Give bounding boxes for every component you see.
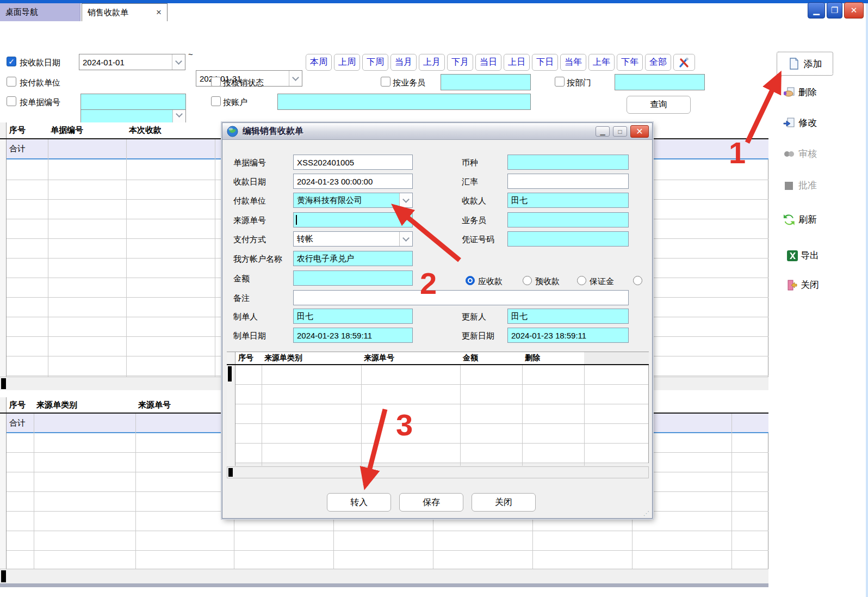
chevron-down-icon[interactable] — [399, 193, 412, 207]
tab-label: 桌面导航 — [5, 7, 38, 17]
range-last-week-button[interactable]: 上周 — [334, 54, 360, 71]
save-button[interactable]: 保存 — [399, 493, 463, 512]
filter-verify-status-label: 按核销状态 — [223, 77, 264, 88]
column-header[interactable]: 序号 — [235, 352, 262, 364]
radio-deposit[interactable] — [577, 276, 586, 285]
audit-button[interactable]: 审核 — [783, 147, 817, 160]
column-header[interactable]: 来源单类别 — [34, 397, 135, 413]
column-header[interactable]: 来源单类别 — [262, 352, 361, 364]
salesman-field[interactable] — [507, 212, 629, 227]
pay-method-value: 转帐 — [297, 234, 313, 244]
dialog-maximize-button[interactable]: □ — [613, 126, 627, 137]
window-minimize-button[interactable]: ▁ — [808, 2, 825, 19]
dialog-close-action-button[interactable]: 关闭 — [472, 493, 536, 512]
text-cursor — [296, 215, 297, 225]
filter-payer-checkbox[interactable] — [7, 77, 16, 87]
receipt-date-field[interactable]: 2024-01-23 00:00:00 — [293, 174, 413, 189]
range-this-week-button[interactable]: 本周 — [306, 54, 332, 71]
salesman-input[interactable] — [441, 74, 531, 90]
table-row — [227, 404, 648, 424]
pay-method-combobox[interactable]: 转帐 — [293, 231, 413, 247]
export-button[interactable]: 导出 — [786, 249, 819, 262]
radio-receivable[interactable] — [466, 276, 475, 285]
column-header[interactable]: 来源单号 — [135, 397, 234, 413]
range-today-button[interactable]: 当日 — [475, 54, 501, 71]
amount-input[interactable] — [293, 270, 413, 286]
add-button[interactable]: 添加 — [777, 52, 833, 76]
scrollbar-thumb[interactable] — [228, 468, 233, 477]
column-header[interactable]: 本次收款 — [126, 122, 215, 138]
filter-verify-status-checkbox[interactable] — [211, 77, 221, 87]
updater-field[interactable]: 田七 — [507, 309, 629, 324]
tab-sales-receipt[interactable]: 销售收款单 × — [82, 3, 168, 21]
doc-no-input[interactable] — [80, 94, 186, 110]
refresh-button[interactable]: 刷新 — [783, 213, 817, 226]
remark-input[interactable] — [293, 290, 629, 305]
modify-button[interactable]: 修改 — [783, 116, 817, 129]
app-window: 桌面导航 销售收款单 × ▁ ❐ ✕ ✓ 按收款日期 2024-01-01 ~ … — [0, 0, 868, 597]
approve-label: 批准 — [798, 179, 817, 192]
transfer-in-button[interactable]: 转入 — [327, 493, 391, 512]
scrollbar-thumb[interactable] — [1, 378, 6, 389]
close-page-button[interactable]: 关闭 — [786, 279, 819, 291]
chevron-down-icon[interactable] — [172, 54, 185, 70]
field-label: 制单人 — [233, 312, 258, 322]
range-yesterday-button[interactable]: 上日 — [504, 54, 530, 71]
our-account-field[interactable]: 农行电子承兑户 — [293, 251, 413, 266]
range-all-button[interactable]: 全部 — [645, 54, 671, 71]
horizontal-scrollbar[interactable] — [0, 569, 768, 583]
source-no-input[interactable] — [293, 212, 413, 227]
rate-field[interactable] — [507, 174, 629, 189]
scrollbar-thumb[interactable] — [1, 570, 6, 582]
detail-horizontal-scrollbar[interactable] — [227, 466, 649, 478]
filter-salesman-checkbox[interactable] — [381, 77, 390, 87]
delete-button[interactable]: 删除 — [783, 86, 817, 99]
tab-close-icon[interactable]: × — [156, 7, 162, 18]
tab-desktop-nav[interactable]: 桌面导航 — [0, 3, 80, 21]
filter-tools-button[interactable] — [673, 54, 695, 71]
range-next-year-button[interactable]: 下年 — [617, 54, 643, 71]
make-date-field[interactable]: 2024-01-23 18:59:11 — [293, 328, 413, 343]
payer-combobox[interactable]: 黄海科技有限公司 — [293, 193, 413, 208]
window-restore-button[interactable]: ❐ — [827, 2, 842, 19]
column-header[interactable]: 序号 — [7, 122, 48, 138]
dialog-close-button[interactable]: ✕ — [630, 125, 649, 138]
dialog-titlebar[interactable]: 编辑销售收款单 ▁ □ ✕ — [222, 123, 652, 140]
radio-advance[interactable] — [523, 276, 532, 285]
range-last-month-button[interactable]: 上月 — [419, 54, 445, 71]
window-close-button[interactable]: ✕ — [844, 2, 864, 19]
voucher-no-field[interactable] — [507, 231, 629, 247]
account-input[interactable] — [277, 94, 531, 110]
range-this-year-button[interactable]: 当年 — [560, 54, 586, 71]
column-header[interactable]: 删除 — [522, 352, 584, 364]
filter-account-checkbox[interactable] — [211, 96, 221, 106]
dialog-minimize-button[interactable]: ▁ — [596, 126, 610, 137]
filter-department-checkbox[interactable] — [555, 77, 565, 87]
export-label: 导出 — [801, 249, 819, 262]
resize-grip[interactable]: ⋰ — [643, 510, 650, 516]
approve-button[interactable]: 批准 — [783, 179, 817, 192]
currency-field[interactable] — [507, 155, 629, 170]
range-next-week-button[interactable]: 下周 — [362, 54, 388, 71]
range-last-year-button[interactable]: 上年 — [588, 54, 615, 71]
query-button[interactable]: 查询 — [627, 96, 691, 114]
department-input[interactable] — [615, 74, 705, 90]
date-from-combobox[interactable]: 2024-01-01 — [79, 54, 185, 70]
doc-no-field[interactable]: XSS202401005 — [293, 155, 413, 170]
range-tomorrow-button[interactable]: 下日 — [532, 54, 558, 71]
payee-field[interactable]: 田七 — [507, 193, 629, 208]
column-header[interactable]: 来源单号 — [361, 352, 460, 364]
filter-date-checkbox[interactable]: ✓ — [7, 57, 16, 66]
range-this-month-button[interactable]: 当月 — [390, 54, 417, 71]
chevron-down-icon[interactable] — [289, 71, 302, 86]
filter-account-label: 按账户 — [223, 97, 247, 108]
update-date-field[interactable]: 2024-01-23 18:59:11 — [507, 328, 629, 343]
maker-field[interactable]: 田七 — [293, 309, 413, 324]
range-next-month-button[interactable]: 下月 — [447, 54, 473, 71]
chevron-down-icon[interactable] — [399, 232, 412, 246]
column-header[interactable]: 单据编号 — [48, 122, 126, 138]
filter-doc-no-checkbox[interactable] — [7, 96, 16, 106]
column-header[interactable]: 序号 — [7, 397, 34, 413]
column-header[interactable]: 金额 — [460, 352, 522, 364]
radio-other[interactable] — [633, 276, 642, 285]
